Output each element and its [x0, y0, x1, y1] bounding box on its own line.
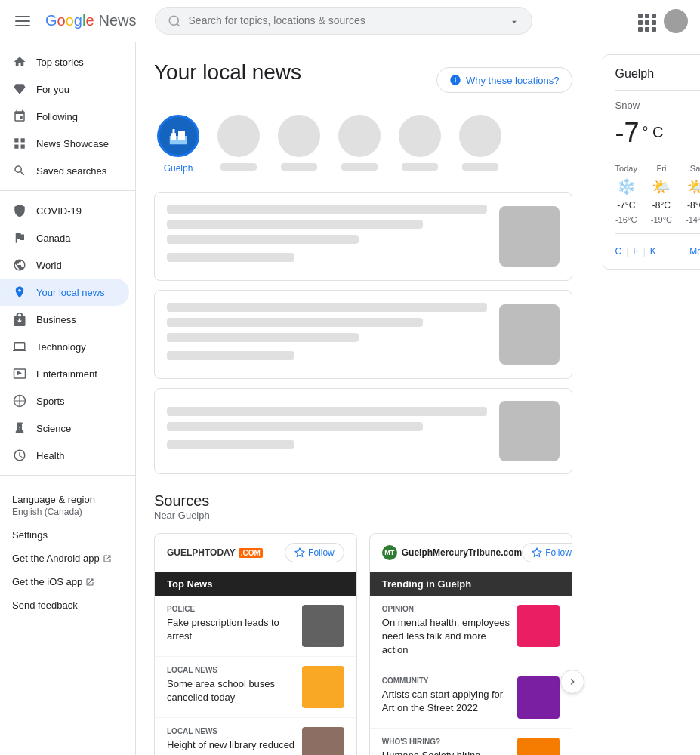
news-item-police[interactable]: POLICE Fake prescription leads to arrest [155, 596, 356, 657]
weather-condition: Snow [615, 100, 700, 111]
news-item-humane-text: WHO'S HIRING? Humane Society hiring anim… [382, 738, 511, 755]
news-headline-school: Some area school buses cancelled today [167, 677, 296, 704]
sidebar-item-language-region[interactable]: Language & region English (Canada) [12, 488, 117, 523]
location-tab-3[interactable] [275, 115, 323, 174]
unit-sep-1: | [626, 246, 628, 257]
sidebar-label-for-you: For you [36, 84, 69, 95]
news-item-library[interactable]: LOCAL NEWS Height of new library reduced… [155, 718, 356, 755]
sidebar-item-business[interactable]: Business [0, 306, 129, 333]
sidebar-item-science[interactable]: Science [0, 414, 129, 442]
follow-button-guelph-today[interactable]: Follow [285, 543, 344, 562]
news-item-artists[interactable]: COMMUNITY Artists can start applying for… [370, 667, 572, 729]
google-news-logo[interactable]: Google News [45, 12, 137, 29]
weather-card: Guelph Snow -7 ° C ❄ [603, 54, 700, 270]
news-category-opinion: OPINION [382, 605, 511, 613]
sidebar: Top stories For you Following News Showc… [0, 42, 136, 755]
sports-icon [12, 393, 27, 408]
home-icon [12, 54, 27, 69]
location-label-placeholder-6 [462, 163, 498, 171]
sidebar-item-settings[interactable]: Settings [12, 523, 117, 547]
search-bar[interactable] [155, 7, 532, 34]
location-tab-2[interactable] [214, 115, 263, 174]
apps-button[interactable] [637, 12, 655, 30]
forecast-sat: Sat 🌤️ -8°C -14°C [686, 164, 700, 224]
svg-line-1 [177, 23, 179, 26]
news-card-skeleton-3[interactable] [154, 388, 572, 474]
android-app-label: Get the Android app [12, 553, 100, 564]
trending-bar: Trending in Guelph [370, 572, 572, 596]
sidebar-item-entertainment[interactable]: Entertainment [0, 360, 129, 387]
svg-rect-5 [21, 145, 25, 149]
account-avatar[interactable] [664, 9, 688, 33]
menu-button[interactable] [12, 13, 33, 29]
weather-temp-display: -7 ° C [615, 117, 664, 149]
sidebar-label-news-showcase: News Showcase [36, 138, 109, 149]
weather-more-link[interactable]: More on weather.com [689, 246, 700, 257]
language-region-value: English (Canada) [12, 507, 82, 517]
scroll-next-button[interactable] [560, 670, 584, 694]
news-card-skeleton-2[interactable] [154, 290, 572, 379]
weather-degree-unit: ° C [642, 124, 663, 140]
sidebar-item-sports[interactable]: Sports [0, 387, 129, 414]
science-icon [12, 421, 27, 436]
follow-button-mercury[interactable]: Follow [522, 543, 572, 562]
sidebar-item-following[interactable]: Following [0, 103, 129, 130]
sidebar-label-entertainment: Entertainment [36, 368, 97, 380]
location-tab-5[interactable] [396, 115, 444, 174]
news-img-school [302, 666, 344, 708]
ios-app-label: Get the iOS app [12, 576, 82, 587]
sidebar-item-covid-19[interactable]: COVID-19 [0, 197, 129, 224]
location-tab-4[interactable] [335, 115, 384, 174]
sidebar-item-top-stories[interactable]: Top stories [0, 48, 129, 76]
news-headline-police: Fake prescription leads to arrest [167, 616, 296, 643]
news-item-mental-health[interactable]: OPINION On mental health, employees need… [370, 596, 572, 667]
guelph-city-image [167, 125, 190, 147]
main-layout: Top stories For you Following News Showc… [0, 42, 700, 755]
svg-point-0 [169, 16, 178, 25]
search-dropdown-icon[interactable] [509, 14, 520, 26]
sidebar-item-ios-app[interactable]: Get the iOS app [12, 570, 117, 593]
news-category-school: LOCAL NEWS [167, 666, 296, 674]
weather-forecast: Today ❄️ -7°C -16°C Fri 🌤️ -8°C -19°C Sa… [615, 164, 700, 224]
sidebar-item-world[interactable]: World [0, 251, 129, 279]
sidebar-item-canada[interactable]: Canada [0, 224, 129, 251]
sidebar-item-news-showcase[interactable]: News Showcase [0, 130, 129, 157]
why-locations-button[interactable]: Why these locations? [436, 67, 572, 93]
location-avatar-4 [338, 115, 381, 157]
news-item-library-text: LOCAL NEWS Height of new library reduced… [167, 727, 296, 755]
news-img-police [302, 605, 344, 647]
location-tab-guelph[interactable]: Guelph [154, 115, 202, 174]
news-img-mental-health [517, 605, 560, 647]
main-content: Your local news Why these locations? [136, 42, 591, 755]
saved-search-icon [12, 163, 27, 178]
location-tab-6[interactable] [456, 115, 504, 174]
news-category-community: COMMUNITY [382, 676, 511, 685]
sidebar-item-android-app[interactable]: Get the Android app [12, 547, 117, 570]
sidebar-item-for-you[interactable]: For you [0, 76, 129, 103]
sidebar-item-saved-searches[interactable]: Saved searches [0, 157, 129, 184]
sources-title: Sources [154, 492, 572, 510]
logo-text: Google [45, 12, 94, 29]
news-card-image-2 [499, 304, 560, 365]
celsius-button[interactable]: C [615, 246, 622, 257]
news-card-skeleton-1[interactable] [154, 192, 572, 281]
sidebar-item-local-news[interactable]: Your local news [0, 279, 129, 306]
svg-rect-4 [14, 145, 18, 149]
star-icon-2 [532, 547, 542, 558]
search-input[interactable] [189, 14, 509, 26]
fahrenheit-button[interactable]: F [633, 246, 638, 257]
location-label-placeholder-4 [341, 163, 378, 171]
sidebar-item-health[interactable]: Health [0, 442, 129, 469]
sources-section: Sources Near Guelph GUELPHTODAY .COM Fol… [154, 492, 572, 755]
kelvin-button[interactable]: K [650, 246, 656, 257]
news-item-school-buses[interactable]: LOCAL NEWS Some area school buses cancel… [155, 657, 356, 718]
sidebar-item-send-feedback[interactable]: Send feedback [12, 593, 117, 617]
news-headline-humane: Humane Society hiring animal control off… [382, 749, 511, 755]
news-item-police-text: POLICE Fake prescription leads to arrest [167, 605, 296, 643]
diamond-icon [12, 82, 27, 97]
health-icon [12, 448, 27, 463]
news-item-humane-society[interactable]: WHO'S HIRING? Humane Society hiring anim… [370, 729, 572, 755]
settings-label: Settings [12, 529, 48, 541]
news-item-mental-text: OPINION On mental health, employees need… [382, 605, 511, 658]
sidebar-item-technology[interactable]: Technology [0, 333, 129, 360]
